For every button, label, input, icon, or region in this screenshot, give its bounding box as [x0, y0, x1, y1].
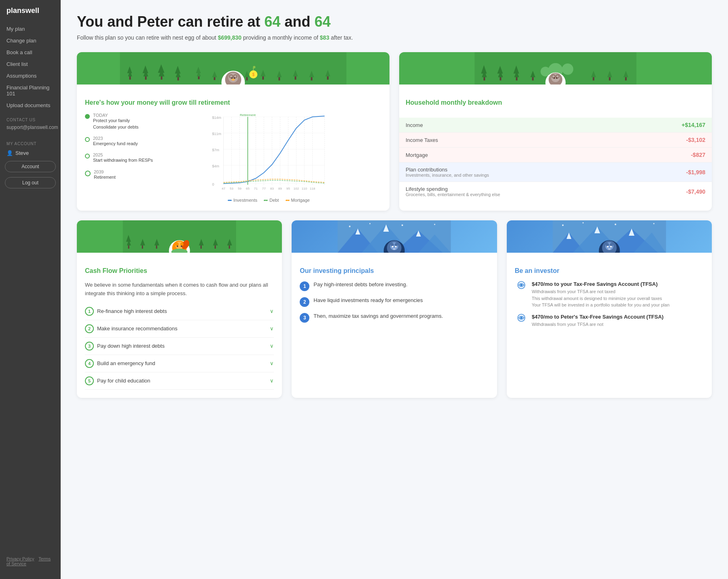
- cashflow-card-title: Cash Flow Priorities: [85, 267, 274, 275]
- svg-rect-3: [129, 76, 131, 80]
- cf-chevron-1[interactable]: ∨: [270, 308, 274, 314]
- investing-banner-svg: [292, 220, 497, 253]
- logout-button[interactable]: Log out: [5, 177, 56, 188]
- svg-text:110: 110: [302, 187, 307, 190]
- svg-rect-122: [201, 245, 202, 249]
- svg-point-163: [562, 224, 563, 226]
- eye-icon-2: [515, 314, 528, 322]
- svg-point-41: [232, 79, 235, 81]
- account-section-label: MY ACCOUNT: [0, 135, 61, 148]
- retire-age1: 64: [264, 13, 280, 30]
- svg-text:$7m: $7m: [212, 148, 219, 152]
- legend-mortgage: Mortgage: [286, 198, 310, 203]
- timeline: TODAY Protect your family Consolidate yo…: [85, 113, 153, 186]
- svg-text:95: 95: [286, 187, 290, 190]
- sidebar-item-book-call[interactable]: Book a call: [0, 46, 61, 58]
- svg-text:77: 77: [262, 187, 266, 190]
- hero-title: You and Peter can retire at 64 and 64: [77, 13, 712, 30]
- household-card-body: Household monthly breakdown Income +$14,…: [399, 85, 712, 201]
- svg-point-134: [181, 245, 182, 247]
- cashflow-card-body: Cash Flow Priorities We believe in some …: [77, 253, 282, 398]
- svg-point-177: [520, 317, 523, 319]
- eye-icon-1: [515, 281, 528, 289]
- cf-item-3: 3 Pay down high interest debts ∨: [85, 338, 274, 355]
- cf-chevron-4[interactable]: ∨: [270, 360, 274, 366]
- account-button[interactable]: Account: [5, 161, 56, 172]
- sidebar-item-upload-docs[interactable]: Upload documents: [0, 99, 61, 111]
- chart-legend: Investments Debt Mortgage: [156, 198, 381, 203]
- investor-banner: [507, 220, 712, 253]
- svg-text:$: $: [252, 72, 255, 77]
- svg-point-146: [402, 224, 403, 226]
- hh-row-income-taxes: Income Taxes -$3,102: [399, 133, 712, 148]
- growth-card: $ Here's how your money will grow till r…: [77, 52, 389, 211]
- cf-item-1: 1 Re-finance high interest debts ∨: [85, 303, 274, 320]
- sidebar-item-client-list[interactable]: Client list: [0, 58, 61, 70]
- sidebar-item-my-plan[interactable]: My plan: [0, 23, 61, 35]
- svg-rect-6: [145, 76, 147, 80]
- hh-row-lifestyle: Lifestyle spending Groceries, bills, ent…: [399, 182, 712, 201]
- growth-chart: $14m $11m $7m $4m 0: [156, 113, 381, 203]
- svg-rect-101: [609, 77, 611, 80]
- investor-card: Be an investor $470/mo to your Tax-Free …: [507, 220, 712, 398]
- svg-text:83: 83: [270, 187, 274, 190]
- investing-card-body: Our investing principals 1 Pay high-inte…: [292, 253, 497, 336]
- privacy-policy-link[interactable]: Privacy Policy: [6, 556, 34, 561]
- cf-chevron-5[interactable]: ∨: [270, 378, 274, 384]
- household-card: Household monthly breakdown Income +$14,…: [399, 52, 712, 211]
- investor-card-title: Be an investor: [515, 267, 704, 275]
- user-icon: 👤: [6, 150, 13, 156]
- svg-point-172: [607, 246, 608, 247]
- brand-logo: planswell: [0, 6, 61, 23]
- svg-rect-99: [593, 77, 595, 80]
- household-banner: [399, 52, 712, 85]
- svg-text:0: 0: [212, 182, 214, 186]
- svg-point-133: [177, 245, 178, 247]
- svg-point-145: [369, 223, 370, 224]
- household-banner-illustration: [399, 52, 712, 85]
- household-card-title: Household monthly breakdown: [399, 99, 712, 111]
- investing-card: Our investing principals 1 Pay high-inte…: [292, 220, 497, 398]
- svg-point-175: [520, 284, 523, 286]
- svg-rect-86: [484, 77, 485, 80]
- svg-point-40: [234, 77, 235, 79]
- svg-rect-126: [229, 245, 230, 249]
- investor-card-body: Be an investor $470/mo to your Tax-Free …: [507, 253, 712, 342]
- cashflow-list: 1 Re-finance high interest debts ∨ 2 Mak…: [85, 303, 274, 390]
- svg-point-171: [609, 243, 613, 246]
- sidebar-footer: Privacy Policy Terms of Service: [0, 550, 61, 573]
- hero-subtitle: Follow this plan so you can retire with …: [77, 34, 712, 41]
- svg-point-147: [434, 224, 435, 225]
- investor-item-1: $470/mo to your Tax-Free Savings Account…: [515, 281, 704, 308]
- svg-point-151: [391, 243, 394, 246]
- legend-dot-debt: [264, 200, 268, 201]
- svg-point-131: [176, 243, 179, 246]
- svg-point-153: [392, 246, 394, 247]
- svg-rect-116: [128, 245, 129, 249]
- svg-text:$11m: $11m: [212, 132, 221, 136]
- sidebar-item-assumptions[interactable]: Assumptions: [0, 70, 61, 82]
- cf-item-4: 4 Build an emergency fund ∨: [85, 355, 274, 372]
- cf-item-2: 2 Make insurance recommendations ∨: [85, 320, 274, 338]
- growth-content: TODAY Protect your family Consolidate yo…: [85, 113, 381, 203]
- svg-rect-118: [142, 245, 143, 249]
- cf-item-5: 5 Pay for child education ∨: [85, 372, 274, 390]
- hh-row-plan-contrib: Plan contributions Investments, insuranc…: [399, 163, 712, 182]
- tl-item-today: TODAY Protect your family Consolidate yo…: [85, 113, 153, 130]
- investing-card-title: Our investing principals: [300, 267, 489, 275]
- tl-dot-2025: [85, 154, 90, 158]
- cf-chevron-3[interactable]: ∨: [270, 343, 274, 349]
- svg-rect-89: [500, 77, 502, 80]
- invest-item-3: 3 Then, maximize tax savings and governm…: [300, 313, 489, 323]
- svg-rect-9: [161, 76, 163, 80]
- svg-rect-120: [156, 245, 157, 249]
- growth-chart-svg: $14m $11m $7m $4m 0: [156, 113, 381, 194]
- svg-text:$4m: $4m: [212, 164, 219, 168]
- sidebar-item-change-plan[interactable]: Change plan: [0, 35, 61, 46]
- svg-rect-15: [198, 76, 200, 79]
- growth-card-banner: $: [77, 52, 389, 85]
- cf-chevron-2[interactable]: ∨: [270, 325, 274, 332]
- svg-rect-12: [178, 77, 179, 80]
- user-name-label: Steve: [15, 150, 29, 156]
- sidebar-item-fp101[interactable]: Financial Planning 101: [0, 82, 61, 99]
